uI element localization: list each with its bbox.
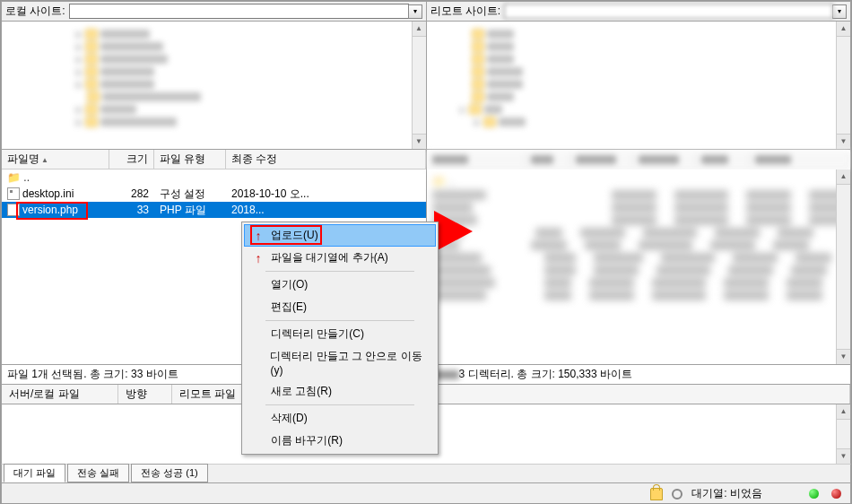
menu-upload[interactable]: ↑ 업로드(U) (244, 224, 436, 247)
menu-mkdir-enter[interactable]: 디렉터리 만들고 그 안으로 이동(y) (244, 345, 436, 380)
remote-tree[interactable]: ⊟ ⊞ (427, 22, 851, 149)
queue-indicator-icon (672, 489, 682, 500)
col-name: 파일명 (7, 152, 39, 165)
queue-status-text: 대기열: 비었음 (691, 486, 762, 501)
led-red-icon (831, 489, 841, 499)
menu-rename[interactable]: 이름 바꾸기(R) (244, 430, 436, 452)
tcol-direction: 방향 (118, 385, 172, 404)
queue-add-icon: ↑ (251, 251, 265, 265)
lock-icon (650, 488, 663, 500)
menu-add-queue[interactable]: ↑ 파일을 대기열에 추가(A) (244, 247, 436, 269)
remote-list-scrollbar[interactable] (836, 169, 850, 364)
menu-edit[interactable]: 편집(E) (244, 296, 436, 318)
tab-queue[interactable]: 대기 파일 (4, 464, 65, 482)
menu-mkdir[interactable]: 디렉터리 만들기(C) (244, 323, 436, 345)
local-tree[interactable]: ⊞ ⊞ ⊞ ⊞ ⊞ ⊞ ⊞ (2, 22, 426, 149)
upload-icon: ↑ (251, 229, 265, 243)
remote-site-input[interactable] (504, 4, 833, 19)
file-row-selected[interactable]: version.php 33 PHP 파일 2018... (2, 202, 426, 218)
remote-list-header[interactable] (427, 150, 851, 169)
remote-site-label: 리모트 사이트: (430, 4, 501, 19)
local-site-dropdown[interactable]: ▾ (408, 4, 422, 19)
local-list-header[interactable]: 파일명▲ 크기 파일 유형 최종 수정 (2, 150, 426, 169)
transfer-tabs: 대기 파일 전송 실패 전송 성공 (1) (1, 464, 851, 483)
ini-file-icon (7, 187, 20, 200)
tcol-status: 상태 (378, 385, 850, 404)
remote-site-dropdown[interactable]: ▾ (832, 4, 847, 19)
file-row[interactable]: desktop.ini 282 구성 설정 2018-10-10 오... (2, 186, 426, 202)
col-modified: 최종 수정 (231, 152, 277, 165)
menu-delete[interactable]: 삭제(D) (244, 407, 436, 430)
col-size: 크기 (126, 152, 148, 165)
php-file-icon (7, 204, 20, 216)
remote-tree-scrollbar[interactable] (836, 22, 850, 149)
footer-status-bar: 대기열: 비었음 (1, 483, 851, 504)
remote-file-list[interactable]: 📁 .. (427, 169, 851, 364)
local-site-input[interactable] (69, 4, 409, 19)
transfer-scrollbar[interactable] (836, 404, 850, 464)
tab-failed[interactable]: 전송 실패 (67, 464, 129, 482)
context-menu: ↑ 업로드(U) ↑ 파일을 대기열에 추가(A) 열기(O) 편집(E) 디렉… (241, 222, 439, 455)
col-type: 파일 유형 (160, 152, 205, 165)
led-green-icon (809, 489, 819, 499)
tab-success[interactable]: 전송 성공 (1) (131, 464, 208, 482)
local-tree-scrollbar[interactable] (412, 22, 426, 149)
menu-refresh[interactable]: 새로 고침(R) (244, 380, 436, 403)
tcol-server-file: 서버/로컬 파일 (2, 385, 118, 404)
menu-open[interactable]: 열기(O) (244, 274, 436, 296)
parent-folder[interactable]: 📁 .. (2, 169, 426, 186)
remote-status: 3 디렉터리. 총 크기: 150,333 바이트 (426, 365, 852, 385)
local-site-label: 로컬 사이트: (5, 4, 65, 19)
